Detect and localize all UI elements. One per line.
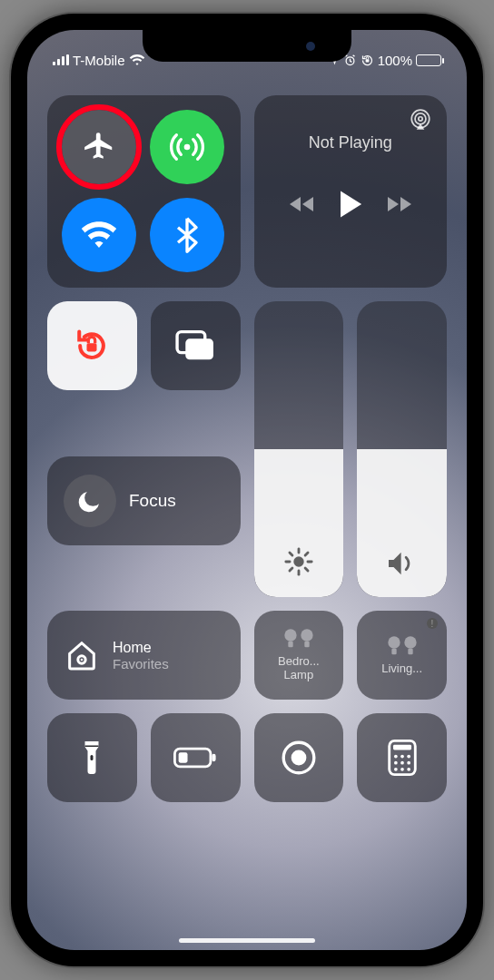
wifi-icon: [80, 220, 118, 250]
battery-icon: [416, 54, 441, 66]
next-track-icon[interactable]: [384, 193, 415, 215]
control-center: Not Playing: [47, 95, 447, 923]
volume-slider[interactable]: [357, 301, 447, 597]
calculator-button[interactable]: [357, 713, 447, 802]
media-title: Not Playing: [269, 133, 433, 152]
bulb-icons: [387, 635, 418, 657]
front-camera-dot: [306, 42, 315, 51]
notch: [143, 30, 351, 62]
screen: T-Mobile 100%: [27, 30, 467, 950]
svg-point-24: [388, 636, 400, 648]
play-icon[interactable]: [337, 189, 364, 220]
bluetooth-button[interactable]: [150, 198, 224, 272]
accessory-label: Living...: [381, 662, 422, 676]
home-title: Home: [113, 640, 169, 656]
svg-point-19: [81, 659, 84, 662]
svg-point-38: [400, 755, 404, 759]
wifi-status-icon: [129, 54, 145, 66]
low-power-mode-button[interactable]: [151, 713, 241, 802]
phone-frame: T-Mobile 100%: [11, 14, 483, 966]
home-favorites-button[interactable]: Home Favorites: [47, 611, 241, 700]
svg-point-22: [301, 629, 312, 641]
wifi-button[interactable]: [62, 198, 136, 272]
home-accessory-living-room[interactable]: ! Living...: [357, 611, 447, 700]
airplay-icon[interactable]: [409, 108, 432, 132]
previous-track-icon[interactable]: [286, 193, 317, 215]
svg-rect-36: [393, 745, 411, 750]
focus-label: Focus: [129, 491, 176, 511]
svg-point-4: [415, 113, 426, 124]
flashlight-button[interactable]: [47, 713, 137, 802]
svg-rect-1: [365, 59, 369, 62]
bottom-shortcut-row: [47, 713, 447, 802]
carrier-label: T-Mobile: [73, 53, 125, 68]
annotation-highlight-ring: [56, 104, 142, 190]
svg-rect-6: [87, 343, 97, 351]
rotation-mirror-pair: [47, 301, 241, 390]
airplane-mode-button[interactable]: [62, 110, 136, 184]
focus-button[interactable]: Focus: [47, 456, 241, 545]
brightness-slider[interactable]: [254, 301, 344, 597]
svg-point-43: [394, 768, 398, 771]
svg-point-9: [293, 556, 303, 566]
svg-point-2: [184, 144, 191, 151]
screen-mirroring-button[interactable]: [151, 301, 241, 390]
antenna-icon: [169, 129, 205, 165]
home-accessory-bedroom-lamp[interactable]: Bedro... Lamp: [254, 611, 344, 700]
svg-rect-28: [91, 755, 94, 760]
brightness-icon: [283, 546, 314, 577]
rotation-lock-button[interactable]: [47, 301, 137, 390]
battery-percentage: 100%: [378, 53, 412, 68]
svg-rect-23: [304, 642, 309, 648]
home-accessories-pair: Bedro... Lamp ! Living...: [254, 611, 448, 700]
focus-icon-circle: [64, 475, 116, 527]
battery-low-icon: [173, 746, 217, 769]
moon-icon: [76, 487, 104, 514]
svg-rect-21: [288, 642, 292, 648]
svg-point-37: [394, 755, 398, 759]
screen-mirroring-icon: [174, 328, 216, 363]
calculator-icon: [388, 740, 417, 776]
svg-point-45: [407, 768, 410, 771]
screen-recording-button[interactable]: [254, 713, 344, 802]
svg-rect-27: [408, 648, 412, 654]
cellular-data-button[interactable]: [150, 110, 224, 184]
svg-rect-8: [185, 338, 213, 359]
svg-point-5: [419, 117, 422, 121]
flashlight-icon: [80, 739, 104, 777]
volume-icon: [386, 550, 419, 577]
rotation-lock-status-icon: [361, 54, 374, 67]
rotation-lock-icon: [72, 326, 112, 366]
home-icon: [64, 637, 100, 673]
svg-line-17: [305, 553, 308, 555]
svg-rect-32: [179, 752, 188, 762]
record-icon: [280, 739, 318, 777]
svg-line-16: [290, 568, 292, 571]
now-playing-tile[interactable]: Not Playing: [254, 95, 448, 288]
svg-point-20: [284, 629, 296, 641]
home-subtitle: Favorites: [113, 656, 169, 671]
status-left: T-Mobile: [53, 53, 145, 68]
connectivity-group[interactable]: [47, 95, 241, 288]
svg-point-40: [394, 761, 398, 765]
svg-point-34: [291, 750, 306, 766]
media-controls: [269, 189, 433, 220]
svg-rect-31: [212, 754, 215, 761]
home-indicator[interactable]: [179, 938, 315, 943]
bluetooth-icon: [176, 217, 198, 253]
svg-point-39: [407, 755, 410, 759]
accessory-label: Bedro... Lamp: [278, 655, 320, 682]
svg-point-26: [404, 636, 416, 648]
svg-rect-25: [391, 648, 396, 654]
bulb-icons: [283, 628, 314, 650]
svg-line-15: [305, 568, 308, 571]
svg-line-14: [290, 553, 292, 555]
warning-badge-icon: !: [427, 618, 438, 629]
svg-point-42: [407, 761, 410, 765]
svg-point-44: [400, 768, 404, 771]
svg-point-41: [400, 761, 404, 765]
cellular-signal-icon: [53, 54, 69, 65]
home-text: Home Favorites: [113, 640, 169, 671]
sliders-group: [254, 301, 448, 597]
